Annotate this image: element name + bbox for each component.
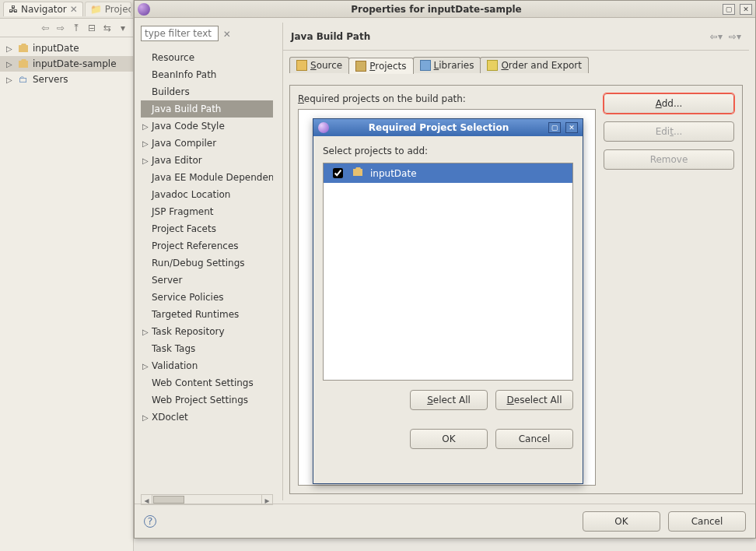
project-icon [17,42,30,54]
expand-arrow-icon[interactable]: ▷ [6,60,14,68]
category-label: Java Compiler [152,138,216,149]
expand-arrow-icon[interactable]: ▷ [142,413,149,422]
category-item[interactable]: Javadoc Location [141,186,273,203]
project-selection-list[interactable]: inputDate [323,163,573,381]
category-label: Builders [152,86,190,97]
tree-item-inputdate-sample[interactable]: ▷ inputDate-sample [0,56,133,72]
maximize-button[interactable]: ▢ [723,4,735,15]
tree-label: Servers [33,74,68,85]
tab-source[interactable]: SSourceource [289,57,349,73]
category-item[interactable]: Resource [141,49,273,66]
category-label: Project Facets [152,223,216,234]
category-item[interactable]: Project Facets [141,220,273,237]
tab-order-export[interactable]: Order and Export [480,57,589,73]
source-icon [296,60,307,71]
tab-projects[interactable]: Projects [348,58,413,74]
category-item[interactable]: ▷Java Editor [141,152,273,169]
project-checkbox[interactable] [333,168,343,178]
libraries-icon [420,60,431,71]
project-explorer-tab[interactable]: 📁 Project Exp [85,2,131,16]
category-item[interactable]: Java Build Path [141,100,273,118]
back-icon[interactable]: ⇦▾ [710,31,723,42]
navigator-tab[interactable]: 🖧 Navigator ✕ [3,2,83,16]
category-label: Targeted Runtimes [152,309,239,320]
eclipse-icon [138,3,150,16]
edit-button: Edit... [604,121,734,142]
expand-arrow-icon[interactable]: ▷ [142,362,149,370]
category-label: JSP Fragment [152,206,214,217]
tree-item-inputdate[interactable]: ▷ inputDate [0,40,133,56]
expand-arrow-icon[interactable]: ▷ [142,328,149,336]
close-button[interactable]: ✕ [565,122,578,133]
folder-icon: 🗀 [17,73,30,86]
project-explorer-tab-label: Project Exp [105,4,131,15]
clear-icon[interactable]: ✕ [223,29,231,40]
project-icon [17,58,30,70]
help-icon[interactable]: ? [144,515,156,528]
collapse-icon[interactable]: ⊟ [86,23,97,33]
category-item[interactable]: Task Tags [141,340,273,357]
category-list[interactable]: ResourceBeanInfo PathBuildersJava Build … [141,49,273,494]
category-item[interactable]: Web Project Settings [141,391,273,409]
category-label: Java Code Style [152,121,225,132]
category-item[interactable]: Service Policies [141,289,273,306]
tab-libraries[interactable]: Libraries [413,57,481,73]
close-button[interactable]: ✕ [740,4,752,15]
add-button[interactable]: Add... [604,93,734,114]
back-icon[interactable]: ⇦ [40,23,51,33]
navigator-toolbar: ⇦ ⇨ ⤒ ⊟ ⇆ ▾ [0,19,133,37]
expand-arrow-icon[interactable]: ▷ [142,122,149,131]
category-item[interactable]: ▷XDoclet [141,409,273,426]
filter-box: ✕ [141,26,273,41]
page-header: Java Build Path ⇦▾ ⇨▾ [283,23,749,51]
category-label: Java Editor [152,155,202,166]
dialog-title: Required Project Selection [334,122,544,133]
category-label: Validation [152,360,198,371]
cancel-button[interactable]: Cancel [668,511,746,532]
filter-input[interactable] [141,26,219,41]
up-icon[interactable]: ⤒ [71,23,82,33]
dialog-footer: ? OK Cancel [135,504,755,538]
category-item[interactable]: Targeted Runtimes [141,306,273,323]
tree-item-servers[interactable]: ▷ 🗀 Servers [0,72,133,87]
category-item[interactable]: Server [141,272,273,289]
expand-arrow-icon[interactable]: ▷ [6,75,14,84]
expand-arrow-icon[interactable]: ▷ [6,44,14,53]
side-buttons: Add... Edit... Remove [604,93,734,170]
category-item[interactable]: Builders [141,83,273,100]
navigator-icon: 🖧 [9,4,18,15]
menu-icon[interactable]: ▾ [117,23,128,33]
category-label: Project References [152,240,239,251]
expand-arrow-icon[interactable]: ▷ [142,139,149,148]
dialog-ok-button[interactable]: OK [410,429,488,449]
maximize-button[interactable]: ▢ [548,122,561,133]
fwd-icon[interactable]: ⇨▾ [729,31,741,42]
navigator-pane: 🖧 Navigator ✕ 📁 Project Exp ⇦ ⇨ ⤒ ⊟ ⇆ ▾ … [0,0,134,551]
select-all-button[interactable]: Select All [410,390,488,410]
expand-arrow-icon[interactable]: ▷ [142,156,149,165]
list-item[interactable]: inputDate [324,163,572,183]
dialog-confirm-row: OK Cancel [323,429,573,449]
ok-button[interactable]: OK [583,511,660,532]
category-item[interactable]: Web Content Settings [141,374,273,391]
deselect-all-button[interactable]: Deselect All [495,390,573,410]
required-project-selection-dialog: Required Project Selection ▢ ✕ Select pr… [313,118,583,484]
category-label: Task Repository [152,326,225,337]
category-item[interactable]: ▷Java Compiler [141,135,273,152]
fwd-icon[interactable]: ⇨ [55,23,66,33]
scroll-thumb[interactable] [153,496,184,504]
tree-label: inputDate [33,43,79,54]
category-item[interactable]: ▷Java Code Style [141,118,273,135]
category-item[interactable]: Project References [141,237,273,254]
category-item[interactable]: Java EE Module Dependencies [141,169,273,186]
folder-icon: 📁 [90,4,102,15]
category-item[interactable]: ▷Task Repository [141,323,273,340]
category-item[interactable]: BeanInfo Path [141,66,273,83]
dialog-cancel-button[interactable]: Cancel [495,429,573,449]
link-icon[interactable]: ⇆ [102,23,113,33]
category-item[interactable]: ▷Validation [141,357,273,374]
category-item[interactable]: Run/Debug Settings [141,254,273,272]
category-item[interactable]: JSP Fragment [141,203,273,220]
close-icon[interactable]: ✕ [70,4,78,15]
dialog-select-row: Select All Deselect All [323,390,573,410]
